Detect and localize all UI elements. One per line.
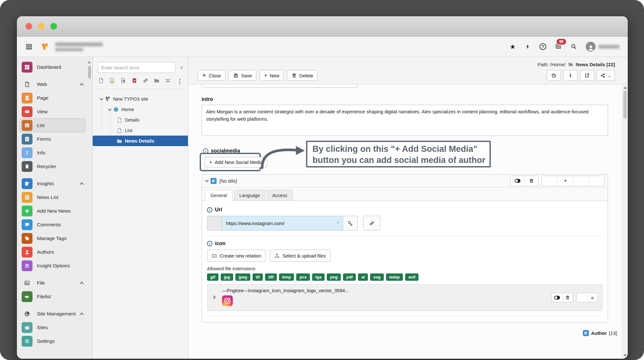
bookmark-star-icon[interactable]: ★ (510, 43, 516, 51)
extension-badge: bmp (279, 273, 294, 281)
record-tab[interactable]: Language (234, 190, 266, 201)
tree-node[interactable]: New TYPO3 site (93, 94, 188, 104)
sidebar-item[interactable]: Comments (19, 218, 85, 231)
sidebar-item[interactable]: Insights (19, 177, 85, 190)
chevron-up-icon[interactable] (80, 83, 84, 87)
record-delete-button[interactable] (524, 176, 538, 186)
record-type-label: Author (591, 330, 607, 336)
sidebar-scrollbar-thumb[interactable] (88, 66, 91, 79)
clear-input-icon[interactable]: × (336, 220, 340, 226)
tree-toolbar-icon[interactable] (165, 77, 171, 85)
extension-badge: tga (312, 273, 325, 281)
sidebar-item[interactable]: Filelist (19, 290, 85, 303)
sidebar-item[interactable]: Web (19, 77, 85, 91)
trash-icon (529, 178, 534, 184)
tree-node[interactable]: News Details (93, 136, 188, 146)
sidebar-item[interactable]: Insight Options (19, 259, 85, 272)
close-window-button[interactable] (25, 23, 32, 30)
select-upload-files-button[interactable]: Select & upload files (270, 250, 330, 262)
chevron-up-icon[interactable] (80, 313, 84, 317)
chevron-right-icon[interactable] (212, 295, 215, 299)
typo3-logo-icon[interactable] (40, 42, 49, 51)
tree-toolbar-icon[interactable] (131, 77, 138, 85)
tree-toolbar-icon[interactable] (109, 77, 115, 85)
chevron-down-icon[interactable] (100, 96, 103, 100)
save-button[interactable]: Save (229, 70, 256, 81)
sidebar-item[interactable]: View (19, 105, 85, 118)
tree-toolbar: ⋮ (93, 76, 188, 89)
tree-toolbar-icon[interactable] (98, 77, 104, 85)
file-delete-button[interactable] (562, 293, 573, 302)
tree-node[interactable]: Details (93, 115, 188, 125)
view-webpage-button[interactable] (580, 70, 594, 81)
tree-node[interactable]: Home (93, 104, 188, 115)
history-button[interactable] (547, 70, 561, 81)
record-header[interactable]: [No title] + (202, 174, 608, 187)
tree-node[interactable]: List (93, 125, 188, 136)
close-button[interactable]: ✕ Close (198, 70, 225, 81)
sidebar-item[interactable]: Add New News (19, 204, 85, 218)
collapse-tree-icon[interactable]: ‹ (179, 64, 184, 71)
scroll-up-arrow[interactable] (624, 86, 627, 89)
record-add-button[interactable]: + (557, 176, 573, 186)
plugin-icon (211, 178, 217, 184)
sidebar-item-label: Settings (37, 338, 55, 344)
intro-field-label: intro (202, 96, 213, 102)
module-grid-icon[interactable] (25, 43, 33, 51)
chevron-down-icon[interactable] (205, 179, 209, 182)
info-button[interactable]: i (563, 70, 577, 81)
sidebar-item[interactable]: Recycler (19, 159, 85, 173)
chevron-up-icon[interactable] (80, 182, 84, 187)
scrollbar-thumb[interactable] (623, 91, 627, 119)
link-browser-button[interactable] (363, 216, 380, 230)
info-circle-icon: i (207, 241, 212, 246)
record-tab[interactable]: Access (267, 190, 293, 201)
help-icon[interactable]: ? (540, 43, 546, 50)
tree-search-input[interactable] (98, 62, 175, 73)
delete-button[interactable]: Delete (287, 70, 318, 81)
minimize-window-button[interactable] (38, 23, 45, 30)
sidebar-item[interactable]: Manage Tags (19, 231, 85, 245)
sidebar-item[interactable]: Dashboard (19, 60, 85, 74)
tree-toolbar-icon[interactable] (154, 77, 160, 85)
file-more-button[interactable]: ≡ (587, 293, 597, 302)
content-scrollbar[interactable] (622, 84, 628, 359)
scroll-down-arrow[interactable] (624, 354, 627, 357)
url-input[interactable] (222, 216, 343, 230)
tree-toolbar-icon[interactable] (120, 77, 126, 85)
file-disable-toggle[interactable] (552, 293, 562, 302)
intro-textarea[interactable]: Alex Morgan is a senior content strategi… (202, 105, 608, 136)
chevron-down-icon[interactable] (108, 107, 111, 110)
cutoff-input[interactable] (202, 84, 358, 88)
sidebar-scroll-up-arrow[interactable] (88, 61, 91, 63)
pagetree-panel: ‹ ⋮ (93, 57, 188, 359)
sidebar-item[interactable]: File (19, 276, 85, 290)
sidebar-item[interactable]: Site Management (19, 307, 85, 321)
sitename-blurred (55, 42, 103, 51)
sidebar-item[interactable]: News List (19, 190, 85, 204)
clear-cache-bolt-icon[interactable] (524, 43, 531, 50)
sidebar-item[interactable]: Info (19, 146, 85, 159)
chevron-up-icon[interactable] (80, 282, 84, 286)
sidebar-item[interactable]: Page (19, 91, 85, 105)
sidebar-item[interactable]: Sites (19, 321, 85, 334)
breadcrumb-page: News Details [22] (576, 62, 615, 67)
zoom-window-button[interactable] (50, 23, 57, 30)
sidebar-item-label: File (37, 280, 45, 286)
sidebar-item[interactable]: Forms (19, 132, 85, 146)
sidebar-item[interactable]: Authors (19, 245, 85, 259)
sidebar-item[interactable]: List (19, 118, 85, 132)
record-tab[interactable]: General (205, 190, 233, 201)
search-icon[interactable] (570, 43, 577, 50)
tree-more-kebab-icon[interactable]: ⋮ (177, 78, 183, 85)
share-button[interactable]: ⌄ (597, 70, 615, 81)
notifications-icon[interactable]: 99 (555, 43, 562, 51)
sidebar-item[interactable]: Settings (19, 334, 85, 348)
record-browser-button[interactable] (343, 216, 358, 230)
create-new-relation-button[interactable]: Create new relation (207, 250, 266, 262)
tree-toolbar-icon[interactable] (142, 77, 149, 85)
new-button[interactable]: + New (260, 70, 284, 81)
record-disable-toggle[interactable] (511, 176, 524, 186)
sidebar-item-label: Insights (37, 181, 54, 187)
user-menu[interactable] (586, 42, 619, 52)
